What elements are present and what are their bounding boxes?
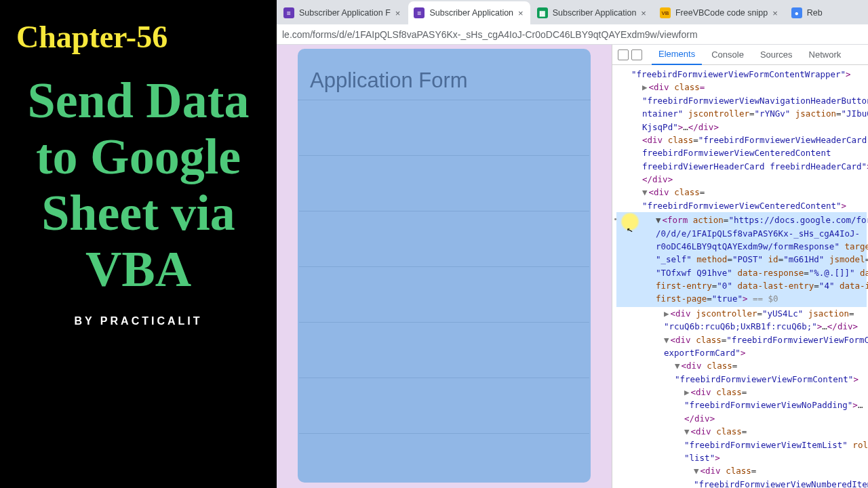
chapter-label: Chapter-56 bbox=[16, 19, 167, 55]
close-icon[interactable]: × bbox=[772, 8, 778, 18]
google-form-card: Application Form bbox=[298, 49, 591, 483]
browser-window: ≡ Subscriber Application F × ≡ Subscribe… bbox=[277, 0, 868, 488]
form-field[interactable] bbox=[299, 156, 589, 211]
devtools-panel: Elements Console Sources Network "freebi… bbox=[612, 45, 868, 488]
devtools-elements-tree[interactable]: "freebirdFormviewerViewFormContentWrappe… bbox=[612, 65, 868, 488]
form-field[interactable] bbox=[299, 100, 589, 156]
close-icon[interactable]: × bbox=[395, 8, 401, 18]
browser-tab-2[interactable]: ≡ Subscriber Application × bbox=[408, 1, 530, 24]
device-icon[interactable] bbox=[631, 49, 642, 60]
form-field[interactable] bbox=[299, 323, 589, 378]
forms-icon: ≡ bbox=[283, 7, 294, 18]
address-bar[interactable]: le.com/forms/d/e/1FAIpQLSf8vaPASY6Kx-_sH… bbox=[277, 24, 868, 45]
close-icon[interactable]: × bbox=[641, 8, 646, 18]
vb-icon: VB bbox=[660, 7, 671, 18]
browser-tab-3[interactable]: ▦ Subscriber Application × bbox=[532, 1, 653, 24]
devtools-tab-elements[interactable]: Elements bbox=[652, 45, 702, 65]
devtools-tab-network[interactable]: Network bbox=[802, 45, 848, 65]
inspect-icon[interactable] bbox=[618, 49, 629, 60]
tutorial-title: Send Data to Google Sheet via VBA bbox=[28, 73, 250, 298]
form-field[interactable] bbox=[299, 211, 589, 267]
form-field[interactable] bbox=[299, 378, 589, 434]
devtools-tab-console[interactable]: Console bbox=[705, 45, 751, 65]
url-text: le.com/forms/d/e/1FAIpQLSf8vaPASY6Kx-_sH… bbox=[282, 29, 698, 40]
form-field[interactable] bbox=[299, 267, 589, 323]
browser-tabstrip: ≡ Subscriber Application F × ≡ Subscribe… bbox=[277, 0, 868, 24]
sheets-icon: ▦ bbox=[537, 7, 548, 18]
google-form-viewport: Application Form bbox=[277, 45, 612, 488]
tutorial-overlay: Chapter-56 Send Data to Google Sheet via… bbox=[0, 0, 277, 488]
devtools-tabbar: Elements Console Sources Network bbox=[612, 45, 868, 65]
browser-tab-5[interactable]: ● Reb bbox=[786, 1, 829, 24]
browser-tab-4[interactable]: VB FreeVBCode code snipp × bbox=[654, 1, 785, 24]
forms-icon: ≡ bbox=[414, 7, 425, 18]
close-icon[interactable]: × bbox=[518, 8, 524, 18]
form-title: Application Form bbox=[298, 61, 591, 100]
devtools-tab-sources[interactable]: Sources bbox=[753, 45, 800, 65]
browser-tab-1[interactable]: ≡ Subscriber Application F × bbox=[278, 1, 407, 24]
generic-icon: ● bbox=[791, 7, 802, 18]
selected-form-element[interactable]: ••• ↖ ▼<form action="https://docs.google… bbox=[616, 212, 867, 307]
byline: BY PRACTICALIT bbox=[74, 315, 202, 327]
